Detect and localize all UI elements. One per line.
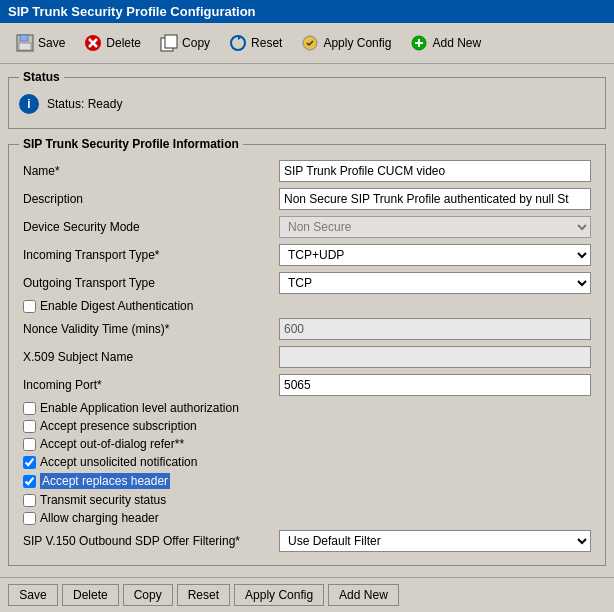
transmit-security-label[interactable]: Transmit security status xyxy=(23,493,591,507)
incoming-port-row: Incoming Port* xyxy=(19,371,595,399)
sip-v150-row: SIP V.150 Outbound SDP Offer Filtering* … xyxy=(19,527,595,555)
outgoing-transport-label: Outgoing Transport Type xyxy=(19,269,275,297)
outgoing-transport-row: Outgoing Transport Type TCP UDP TLS xyxy=(19,269,595,297)
device-security-row: Device Security Mode Non Secure xyxy=(19,213,595,241)
accept-presence-label[interactable]: Accept presence subscription xyxy=(23,419,591,433)
bottom-copy-button[interactable]: Copy xyxy=(123,584,173,606)
apply-icon xyxy=(300,33,320,53)
accept-replaces-label[interactable]: Accept replaces header xyxy=(23,473,591,489)
svg-rect-7 xyxy=(165,35,177,48)
svg-rect-1 xyxy=(20,35,28,41)
accept-out-of-dialog-cell: Accept out-of-dialog refer** xyxy=(19,435,595,453)
save-icon xyxy=(15,33,35,53)
x509-value-cell xyxy=(275,343,595,371)
x509-input[interactable] xyxy=(279,346,591,368)
accept-presence-checkbox[interactable] xyxy=(23,420,36,433)
enable-digest-checkbox[interactable] xyxy=(23,300,36,313)
bottom-add-new-button[interactable]: Add New xyxy=(328,584,399,606)
status-text: Status: Ready xyxy=(47,97,122,111)
add-new-button[interactable]: Add New xyxy=(402,29,488,57)
bottom-apply-config-button[interactable]: Apply Config xyxy=(234,584,324,606)
name-label: Name* xyxy=(19,157,275,185)
sip-v150-value-cell: Use Default Filter No Filtering Filter xyxy=(275,527,595,555)
accept-out-of-dialog-label[interactable]: Accept out-of-dialog refer** xyxy=(23,437,591,451)
accept-replaces-text: Accept replaces header xyxy=(40,473,170,489)
name-value-cell xyxy=(275,157,595,185)
description-value-cell xyxy=(275,185,595,213)
svg-rect-2 xyxy=(19,43,31,50)
description-row: Description xyxy=(19,185,595,213)
x509-label: X.509 Subject Name xyxy=(19,343,275,371)
copy-icon xyxy=(159,33,179,53)
nonce-validity-label: Nonce Validity Time (mins)* xyxy=(19,315,275,343)
enable-app-auth-checkbox[interactable] xyxy=(23,402,36,415)
allow-charging-cell: Allow charging header xyxy=(19,509,595,527)
description-input[interactable] xyxy=(279,188,591,210)
accept-replaces-checkbox[interactable] xyxy=(23,475,36,488)
sip-v150-label: SIP V.150 Outbound SDP Offer Filtering* xyxy=(19,527,275,555)
accept-presence-row: Accept presence subscription xyxy=(19,417,595,435)
bottom-reset-button[interactable]: Reset xyxy=(177,584,230,606)
allow-charging-label[interactable]: Allow charging header xyxy=(23,511,591,525)
incoming-transport-label: Incoming Transport Type* xyxy=(19,241,275,269)
bottom-delete-button[interactable]: Delete xyxy=(62,584,119,606)
reset-button[interactable]: Reset xyxy=(221,29,289,57)
profile-info-section: SIP Trunk Security Profile Information N… xyxy=(8,137,606,566)
device-security-value-cell: Non Secure xyxy=(275,213,595,241)
accept-unsolicited-row: Accept unsolicited notification xyxy=(19,453,595,471)
profile-info-legend: SIP Trunk Security Profile Information xyxy=(19,137,243,151)
name-row: Name* xyxy=(19,157,595,185)
page-title: SIP Trunk Security Profile Configuration xyxy=(8,4,256,19)
name-input[interactable] xyxy=(279,160,591,182)
title-bar: SIP Trunk Security Profile Configuration xyxy=(0,0,614,23)
device-security-select[interactable]: Non Secure xyxy=(279,216,591,238)
enable-digest-row: Enable Digest Authentication xyxy=(19,297,595,315)
reset-icon xyxy=(228,33,248,53)
accept-out-of-dialog-checkbox[interactable] xyxy=(23,438,36,451)
status-section: Status i Status: Ready xyxy=(8,70,606,129)
status-icon: i xyxy=(19,94,39,114)
transmit-security-row: Transmit security status xyxy=(19,491,595,509)
incoming-port-value-cell xyxy=(275,371,595,399)
bottom-save-button[interactable]: Save xyxy=(8,584,58,606)
allow-charging-row: Allow charging header xyxy=(19,509,595,527)
nonce-validity-input[interactable] xyxy=(279,318,591,340)
apply-config-button[interactable]: Apply Config xyxy=(293,29,398,57)
incoming-transport-select[interactable]: TCP+UDP TCP UDP TLS xyxy=(279,244,591,266)
main-content: Status i Status: Ready SIP Trunk Securit… xyxy=(0,64,614,612)
accept-unsolicited-cell: Accept unsolicited notification xyxy=(19,453,595,471)
status-area: i Status: Ready xyxy=(19,90,595,118)
accept-unsolicited-label[interactable]: Accept unsolicited notification xyxy=(23,455,591,469)
delete-icon xyxy=(83,33,103,53)
outgoing-transport-value-cell: TCP UDP TLS xyxy=(275,269,595,297)
delete-button[interactable]: Delete xyxy=(76,29,148,57)
accept-replaces-cell: Accept replaces header xyxy=(19,471,595,491)
accept-replaces-row: Accept replaces header xyxy=(19,471,595,491)
save-button[interactable]: Save xyxy=(8,29,72,57)
enable-app-auth-cell: Enable Application level authorization xyxy=(19,399,595,417)
accept-unsolicited-checkbox[interactable] xyxy=(23,456,36,469)
main-toolbar: Save Delete Copy Reset xyxy=(0,23,614,64)
transmit-security-checkbox[interactable] xyxy=(23,494,36,507)
status-legend: Status xyxy=(19,70,64,84)
incoming-port-input[interactable] xyxy=(279,374,591,396)
enable-app-auth-label[interactable]: Enable Application level authorization xyxy=(23,401,591,415)
bottom-toolbar: Save Delete Copy Reset Apply Config Add … xyxy=(0,577,614,612)
copy-button[interactable]: Copy xyxy=(152,29,217,57)
enable-digest-label[interactable]: Enable Digest Authentication xyxy=(23,299,591,313)
allow-charging-checkbox[interactable] xyxy=(23,512,36,525)
accept-out-of-dialog-row: Accept out-of-dialog refer** xyxy=(19,435,595,453)
outgoing-transport-select[interactable]: TCP UDP TLS xyxy=(279,272,591,294)
enable-app-auth-row: Enable Application level authorization xyxy=(19,399,595,417)
nonce-validity-value-cell xyxy=(275,315,595,343)
device-security-label: Device Security Mode xyxy=(19,213,275,241)
sip-v150-select[interactable]: Use Default Filter No Filtering Filter xyxy=(279,530,591,552)
incoming-transport-value-cell: TCP+UDP TCP UDP TLS xyxy=(275,241,595,269)
incoming-port-label: Incoming Port* xyxy=(19,371,275,399)
transmit-security-cell: Transmit security status xyxy=(19,491,595,509)
enable-digest-cell: Enable Digest Authentication xyxy=(19,297,595,315)
accept-presence-cell: Accept presence subscription xyxy=(19,417,595,435)
x509-row: X.509 Subject Name xyxy=(19,343,595,371)
nonce-validity-row: Nonce Validity Time (mins)* xyxy=(19,315,595,343)
incoming-transport-row: Incoming Transport Type* TCP+UDP TCP UDP… xyxy=(19,241,595,269)
